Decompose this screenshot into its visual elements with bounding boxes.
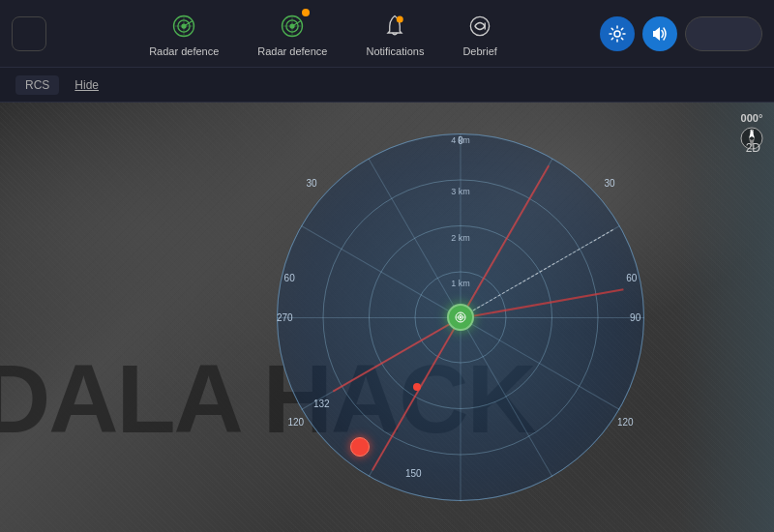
angle-label-120-r: 120 bbox=[617, 417, 634, 428]
angle-label-120-l: 120 bbox=[287, 417, 304, 428]
angle-label-60-r: 60 bbox=[626, 273, 637, 283]
compass-degree: 000° bbox=[741, 112, 763, 124]
debrief-icon bbox=[464, 11, 495, 42]
angle-label-270: 270 bbox=[277, 312, 293, 323]
svg-point-13 bbox=[614, 31, 620, 37]
dist-label-2km: 2 km bbox=[451, 233, 470, 243]
radar-line-180 bbox=[277, 317, 461, 318]
corner-bracket bbox=[12, 16, 46, 51]
nav-label-debrief: Debrief bbox=[462, 45, 496, 57]
threat-dot-1 bbox=[413, 383, 421, 391]
top-navigation: Radar defence Radar defence bbox=[0, 0, 774, 68]
radar-overlay: 4 km 3 km 2 km 1 km 0 30 30 60 60 90 120… bbox=[277, 133, 644, 501]
nav-label-radar-2: Radar defence bbox=[257, 45, 327, 57]
angle-label-0: 0 bbox=[458, 135, 463, 146]
svg-point-11 bbox=[471, 16, 490, 35]
map-area: DALA HACK 000° N 2D bbox=[0, 103, 774, 532]
water-area bbox=[677, 103, 774, 532]
notification-icon bbox=[379, 11, 410, 42]
nav-right-controls bbox=[600, 16, 762, 51]
view-mode-label: 2D bbox=[746, 141, 760, 155]
angle-label-90: 90 bbox=[630, 312, 640, 323]
radar-line-0 bbox=[461, 317, 644, 318]
radar-icon-2 bbox=[277, 11, 308, 42]
profile-area[interactable] bbox=[685, 16, 762, 51]
nav-items-group: Radar defence Radar defence bbox=[46, 3, 600, 65]
radar-line-270 bbox=[461, 134, 461, 318]
angle-label-60-l: 60 bbox=[284, 273, 295, 283]
dist-label-3km: 3 km bbox=[451, 187, 470, 196]
nav-item-radar-defence-2[interactable]: Radar defence bbox=[238, 3, 346, 65]
rcs-label: RCS bbox=[15, 75, 59, 95]
radar-center-icon bbox=[447, 304, 474, 331]
sound-button[interactable] bbox=[642, 16, 677, 51]
secondary-bar: RCS Hide bbox=[0, 68, 774, 103]
hide-button[interactable]: Hide bbox=[74, 78, 99, 92]
nav-item-radar-defence-1[interactable]: Radar defence bbox=[130, 3, 238, 65]
svg-text:N: N bbox=[750, 129, 754, 134]
nav-label-radar-1: Radar defence bbox=[149, 45, 219, 57]
angle-label-150: 150 bbox=[405, 468, 422, 479]
nav-item-notifications[interactable]: Notifications bbox=[346, 3, 443, 65]
angle-label-132: 132 bbox=[313, 399, 330, 409]
settings-button[interactable] bbox=[600, 16, 635, 51]
nav-label-notifications: Notifications bbox=[366, 45, 424, 57]
svg-point-10 bbox=[397, 15, 403, 22]
dist-label-1km: 1 km bbox=[451, 279, 470, 288]
radar-2-badge bbox=[300, 7, 312, 18]
radar-line-90 bbox=[461, 318, 461, 502]
angle-label-30-r: 30 bbox=[604, 178, 614, 189]
radar-icon-1 bbox=[168, 11, 199, 42]
nav-item-debrief[interactable]: Debrief bbox=[443, 3, 516, 65]
angle-label-30-l: 30 bbox=[306, 178, 316, 189]
